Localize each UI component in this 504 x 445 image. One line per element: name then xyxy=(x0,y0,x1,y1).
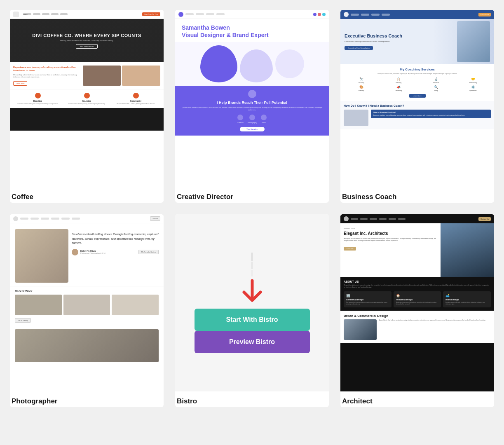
coffee-label: Coffee xyxy=(10,187,164,203)
bistro-thumbnail: Start With Bistro Preview Bistro xyxy=(175,214,329,391)
coach-service-hiring: 🔍 Hiring xyxy=(418,85,454,91)
coach-nav-cta: Get Started xyxy=(478,13,491,16)
architect-hero: Architect Focus Elegant Inc. Architects … xyxy=(340,223,494,277)
creative-service-label1: Curation xyxy=(237,122,244,124)
coffee-icon-roasting: Roasting Our master roasters carefully t… xyxy=(13,93,62,105)
architect-service-interior: 🛋️ Interior Design Bringing spaces to li… xyxy=(443,291,491,307)
coach-service-icon5: 🎨 xyxy=(344,85,379,89)
coffee-feature-heading: Experience our journey of crafting excep… xyxy=(13,66,78,73)
coach-services-title: My Coaching Services xyxy=(344,68,491,71)
coach-services-section: My Coaching Services Lorem ipsum dolor s… xyxy=(340,64,494,101)
coach-service-icon1: 🔭 xyxy=(344,77,379,81)
photo-profile: Hello! I'm Olivia Professional Photograp… xyxy=(72,249,159,255)
coach-service-planning: 📋 Planning xyxy=(381,77,416,84)
architect-nav-logo xyxy=(344,216,349,221)
photo-profile-title: Professional Photographer & IIf UI xyxy=(80,252,136,254)
architect-nav-link6 xyxy=(398,218,406,220)
coffee-footer xyxy=(10,108,164,131)
creative-service-photography: Photography xyxy=(248,115,257,124)
card-bistro[interactable]: Start With Bistro Preview Bistro Bistro xyxy=(175,214,329,407)
coach-question-title: How Do I Know If I Need a Business Coach… xyxy=(344,104,491,107)
creative-cta-title: I Help Brands Reach Their Full Potential xyxy=(181,101,323,105)
coach-service-label6: Marketing xyxy=(381,90,416,91)
creative-nav-link4 xyxy=(216,13,225,15)
creative-dot2 xyxy=(318,13,321,16)
coffee-icon-text2: From sustainable farms to your cup, we e… xyxy=(62,103,111,105)
architect-nav-link4 xyxy=(379,218,387,220)
coach-question-section: How Do I Know If I Need a Business Coach… xyxy=(340,101,494,129)
architect-hero-desc: At Elegant Inc. Architects, we believe t… xyxy=(344,238,437,242)
coffee-icon-title1: Roasting xyxy=(13,100,62,102)
coach-question-box: What Is Business Coaching? Business coac… xyxy=(371,110,491,118)
photo-recent-img1 xyxy=(15,295,62,315)
creative-hero-title: Samantha BowenVisual Designer & Brand Ex… xyxy=(182,24,322,39)
card-creative-director[interactable]: Samantha BowenVisual Designer & Brand Ex… xyxy=(175,10,329,203)
coffee-nav-link2 xyxy=(33,13,40,15)
bistro-preview-button[interactable]: Preview Bistro xyxy=(195,331,310,353)
architect-hero-img-inner xyxy=(441,223,494,277)
photo-recent-grid xyxy=(15,295,159,315)
creative-service-brand: Brand xyxy=(261,115,267,124)
creative-director-label: Creative Director xyxy=(175,187,329,203)
bistro-start-button[interactable]: Start With Bistro xyxy=(195,309,310,331)
card-architect[interactable]: Contact Us Architect Focus Elegant Inc. … xyxy=(340,214,494,407)
architect-hero-subtitle: Architect Focus xyxy=(344,227,437,230)
architect-nav-cta: Contact Us xyxy=(478,217,491,221)
coach-service-grid: 🔭 Visioning 📋 Planning 🔬 Research 🤝 Netw… xyxy=(344,77,491,91)
card-coffee[interactable]: Home Start Now For Free DIVI COFFEE CO. … xyxy=(10,10,164,203)
creative-cta-section: I Help Brands Reach Their Full Potential… xyxy=(175,86,329,136)
coach-service-networking: 🤝 Networking xyxy=(455,77,491,84)
photo-nav-link5 xyxy=(61,218,70,220)
creative-blob-white xyxy=(275,49,304,78)
coach-service-icon4: 🤝 xyxy=(455,77,491,81)
architect-hero-text: Architect Focus Elegant Inc. Architects … xyxy=(340,223,441,277)
creative-nav-link3 xyxy=(206,13,214,15)
coach-nav-link3 xyxy=(371,14,380,16)
coffee-nav-cta: Start Now For Free xyxy=(142,12,160,16)
coffee-features: Experience our journey of crafting excep… xyxy=(10,62,164,89)
photo-more-image xyxy=(15,329,159,362)
card-photographer[interactable]: Search I'm obsessed with telling stories… xyxy=(10,214,164,407)
coach-learn-btn: Learn More xyxy=(409,94,426,98)
creative-blobs-section xyxy=(175,42,329,86)
architect-thumbnail: Contact Us Architect Focus Elegant Inc. … xyxy=(340,214,494,391)
card-business-coach[interactable]: Get Started Executive Business Coach Pro… xyxy=(340,10,494,203)
coffee-icons-row: Roasting Our master roasters carefully t… xyxy=(10,89,164,108)
bistro-line2 xyxy=(251,262,253,269)
architect-nav-link2 xyxy=(360,218,368,220)
photo-hero: I'm obsessed with telling stories throug… xyxy=(10,223,164,286)
coach-service-marketing: 📣 Marketing xyxy=(381,85,416,91)
creative-nav xyxy=(175,10,329,19)
coffee-icon-title3: Community xyxy=(111,100,160,102)
business-coach-label: Business Coach xyxy=(340,187,494,203)
photo-hero-text: I'm obsessed with telling stories throug… xyxy=(72,229,159,255)
photo-nav-link4 xyxy=(51,218,59,220)
creative-services-row: Curation Photography Brand xyxy=(181,115,323,124)
coach-nav: Get Started xyxy=(340,10,494,19)
coach-nav-link4 xyxy=(382,14,390,16)
coffee-nav-links: Home xyxy=(23,13,68,15)
coach-nav-logo xyxy=(344,12,349,17)
coach-service-icon7: 🔍 xyxy=(418,85,454,89)
coach-hero-title: Executive Business Coach xyxy=(345,33,457,39)
coffee-icon-circle2 xyxy=(84,93,90,98)
photographer-label: Photographer xyxy=(10,391,164,407)
creative-service-icon3 xyxy=(261,115,267,120)
coach-service-research: 🔬 Research xyxy=(418,77,454,84)
coach-hero-subtitle: Professional Coaching For Business Owner… xyxy=(345,40,457,43)
creative-nav-dots xyxy=(313,13,326,16)
photo-nav-link1 xyxy=(20,218,28,220)
coach-service-branding: 🎨 Branding xyxy=(344,85,379,91)
creative-work-btn: View Samples xyxy=(240,127,265,131)
photo-recent-title: Recent Work xyxy=(15,290,159,293)
coach-nav-link2 xyxy=(361,14,369,16)
architect-hero-image xyxy=(441,223,494,277)
architect-nav-link5 xyxy=(389,218,396,220)
coach-hero-btn: Schedule a Free Consultation xyxy=(345,46,373,50)
photo-thumbnail: Search I'm obsessed with telling stories… xyxy=(10,214,164,391)
bistro-inner: Start With Bistro Preview Bistro xyxy=(195,214,310,391)
bistro-arrow-lines xyxy=(251,253,253,276)
photo-nav-search: Search xyxy=(150,216,160,221)
creative-hero: Samantha BowenVisual Designer & Brand Ex… xyxy=(175,19,329,42)
photo-recent-section: Recent Work Get In Gallery xyxy=(10,286,164,326)
